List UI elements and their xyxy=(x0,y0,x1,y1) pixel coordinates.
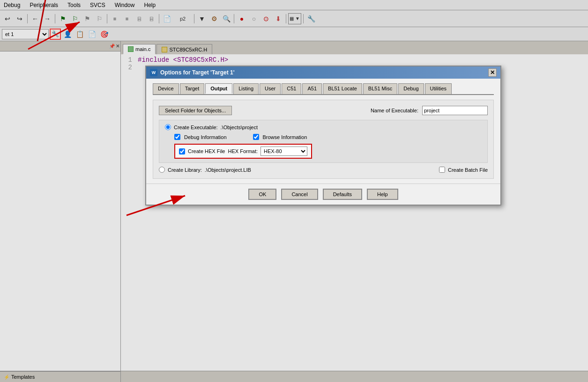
dialog-body: Select Folder for Objects... Name of Exe… xyxy=(153,100,494,179)
create-hex-label: Create HEX File xyxy=(188,148,225,154)
dtab-device[interactable]: Device xyxy=(153,83,179,94)
help-button[interactable]: Help xyxy=(367,189,398,200)
dtab-user[interactable]: User xyxy=(260,83,281,94)
create-executable-row: Create Executable: .\Objects\project xyxy=(165,124,482,130)
create-batch-checkbox[interactable] xyxy=(439,167,445,173)
hex-highlight-box: Create HEX File HEX Format: HEX-80 HEX-3… xyxy=(174,144,312,159)
dialog-footer: OK Cancel Defaults Help xyxy=(146,184,500,205)
browse-info-checkbox[interactable] xyxy=(253,134,259,140)
browse-info-label: Browse Information xyxy=(263,134,307,140)
create-library-radio[interactable] xyxy=(159,167,165,173)
name-of-executable-label: Name of Executable: xyxy=(371,108,418,113)
library-path-value: .\Objects\project.LIB xyxy=(205,167,251,173)
keil-icon: W xyxy=(150,69,157,76)
select-folder-button[interactable]: Select Folder for Objects... xyxy=(159,106,232,115)
hex-row: Create HEX File HEX Format: HEX-80 HEX-3… xyxy=(174,144,482,159)
create-batch-row: Create Batch File xyxy=(439,167,488,173)
dtab-debug[interactable]: Debug xyxy=(398,83,424,94)
dtab-utilities[interactable]: Utilities xyxy=(425,83,452,94)
defaults-button[interactable]: Defaults xyxy=(323,189,362,200)
create-executable-label: Create Executable: xyxy=(174,125,218,130)
bottom-section: Create Library: .\Objects\project.LIB Cr… xyxy=(159,167,488,173)
dtab-c51[interactable]: C51 xyxy=(282,83,301,94)
ok-button[interactable]: OK xyxy=(248,189,276,200)
dtab-bl51-misc[interactable]: BL51 Misc xyxy=(363,83,397,94)
dtab-output[interactable]: Output xyxy=(205,83,232,94)
hex-format-dropdown[interactable]: HEX-80 HEX-386 xyxy=(261,147,307,156)
options-dialog: W Options for Target 'Target 1' ✕ Device… xyxy=(145,66,501,206)
executable-path-value: .\Objects\project xyxy=(221,125,258,130)
folder-row: Select Folder for Objects... Name of Exe… xyxy=(159,106,488,115)
create-executable-radio[interactable] xyxy=(165,124,171,130)
hex-format-label: HEX Format: xyxy=(228,148,258,154)
debug-browse-row: Debug Information Browse Information xyxy=(174,134,482,140)
debug-info-label: Debug Information xyxy=(184,134,227,140)
dtab-a51[interactable]: A51 xyxy=(302,83,322,94)
dialog-content: Device Target Output Listing User C51 A5… xyxy=(146,79,500,184)
dialog-title: Options for Target 'Target 1' xyxy=(160,69,235,76)
dialog-tabs: Device Target Output Listing User C51 A5… xyxy=(153,83,494,95)
dialog-overlay: W Options for Target 'Target 1' ✕ Device… xyxy=(0,0,588,382)
dialog-close-button[interactable]: ✕ xyxy=(488,68,497,77)
create-hex-checkbox[interactable] xyxy=(179,148,185,154)
executable-name-input[interactable] xyxy=(422,106,488,115)
dialog-titlebar: W Options for Target 'Target 1' ✕ xyxy=(146,66,500,79)
dtab-bl51-locate[interactable]: BL51 Locate xyxy=(323,83,362,94)
cancel-button[interactable]: Cancel xyxy=(281,189,318,200)
create-library-label: Create Library: xyxy=(168,167,202,173)
section-box: Create Executable: .\Objects\project Deb… xyxy=(159,120,488,163)
create-batch-label: Create Batch File xyxy=(448,167,488,173)
create-library-row: Create Library: .\Objects\project.LIB xyxy=(159,167,251,173)
dtab-target[interactable]: Target xyxy=(180,83,205,94)
dtab-listing[interactable]: Listing xyxy=(233,83,259,94)
debug-info-checkbox[interactable] xyxy=(174,134,180,140)
